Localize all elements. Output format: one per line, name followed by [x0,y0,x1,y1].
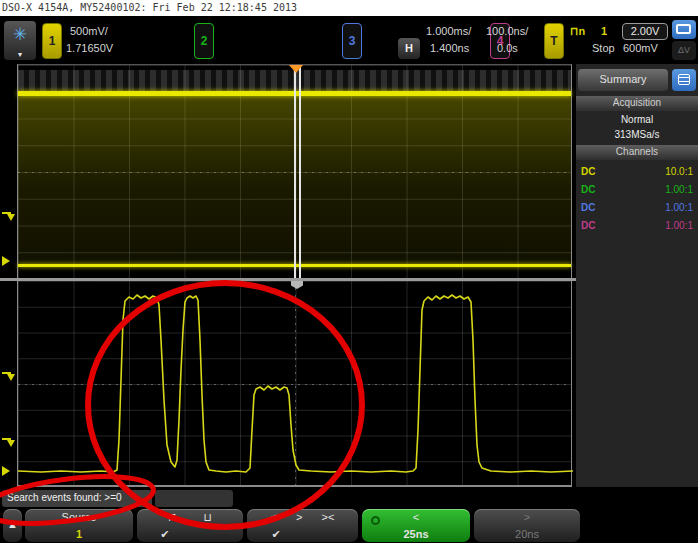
softkey-value: 20ns [474,528,580,540]
softkey-value: 25ns [362,528,470,540]
channel-2-button[interactable]: 2 [194,23,214,59]
coupling: DC [581,199,595,216]
coupling: DC [581,181,595,198]
zoom-window-left-edge[interactable] [294,65,296,278]
channel1-ground-marker-main[interactable] [2,256,10,266]
search-threshold-marker[interactable] [2,438,16,450]
range-icon: >< [322,511,335,523]
trigger-level-box[interactable]: 2.00V [622,23,668,40]
trigger-mode-icon: ⊓n [570,25,585,38]
channel-1-button[interactable]: 1 [42,23,62,59]
negative-pulse-icon: ⊔ [204,511,213,524]
cursors-button[interactable]: ΔV [672,41,696,60]
softkey-source[interactable]: Source 1 [25,509,133,542]
softkey-max-time[interactable]: > 20ns [474,509,580,542]
less-than-icon: < [362,511,470,523]
zoom-timebase-pane [17,281,572,487]
probe-ratio: 1.00:1 [665,199,693,216]
channel1-ground-marker-zoom[interactable] [2,466,10,476]
softkey-label: Source [25,511,133,523]
softkey-back-button[interactable]: ▲ [3,509,22,542]
up-arrow-icon: ▲ [3,518,22,530]
greater-than-icon: > [474,511,580,523]
coupling: DC [581,163,595,180]
channel-row-1: DC 10.0:1 [576,163,698,180]
trigger-level-marker-main[interactable] [2,212,16,224]
coupling: DC [581,217,595,234]
main-timebase-pane [17,64,572,278]
header-bar: ✳ ▾ 1 500mV/ 1.71650V 2 3 4 H 1.000ms/ 1… [0,16,698,63]
trigger-source: 1 [601,25,607,37]
channel-3-button[interactable]: 3 [342,23,362,59]
oscilloscope-screenshot: DSO-X 4154A, MY52400102: Fri Feb 22 12:1… [0,0,698,543]
check-icon: ✔ [160,528,169,541]
zoom-timebase: 100.0ns/ [486,25,528,37]
channels-header: Channels [576,145,698,160]
less-than-icon: < [271,511,277,523]
channel-row-4: DC 1.00:1 [576,217,698,234]
chevron-down-icon: ▾ [4,51,36,59]
scope-screen: ✳ ▾ 1 500mV/ 1.71650V 2 3 4 H 1.000ms/ 1… [0,16,698,543]
softkey-bar: ▲ Source 1 ⊓ ⊔ ✔ < > >< ✔ [0,508,698,543]
trigger-button[interactable]: T [544,23,564,59]
probe-ratio: 1.00:1 [665,217,693,234]
status-bar-extension [155,490,233,507]
window-title: DSO-X 4154A, MY52400102: Fri Feb 22 12:1… [0,0,698,16]
horizontal-button[interactable]: H [398,38,420,59]
channel-row-2: DC 1.00:1 [576,181,698,198]
channel-1-offset: 1.71650V [66,42,113,54]
zoom-rect-icon [676,24,691,34]
channel1-waveform [18,281,573,487]
main-delay: 0.0s [497,42,518,54]
probe-ratio: 10.0:1 [665,163,693,180]
acquisition-header: Acquisition [576,96,698,111]
run-status: Stop [592,42,615,54]
acquisition-mode: Normal [576,113,698,127]
greater-than-icon: > [296,511,302,523]
probe-ratio: 1.00:1 [665,181,693,198]
trigger-level-secondary: 600mV [623,42,658,54]
zoom-window-button[interactable] [672,20,696,39]
trigger-level-marker-zoom[interactable] [2,372,16,384]
search-events-status: Search events found: >=0 [2,490,152,507]
system-menu-button[interactable]: ✳ ▾ [4,21,36,60]
main-timebase: 1.000ms/ [426,25,471,37]
logo-icon: ✳ [4,21,36,49]
softkey-value: 1 [25,528,133,540]
list-icon [678,74,690,85]
channel-1-scale: 500mV/ [70,25,108,37]
sample-rate: 313MSa/s [576,128,698,142]
tab-summary[interactable]: Summary [578,69,668,91]
zoom-window-right-edge[interactable] [299,65,301,278]
positive-pulse-icon: ⊓ [168,511,177,524]
softkey-min-time[interactable]: < 25ns [362,509,470,542]
zoom-delay: 1.400ns [430,42,469,54]
channel-row-3: DC 1.00:1 [576,199,698,216]
softkey-polarity[interactable]: ⊓ ⊔ ✔ [137,509,243,542]
softkey-qualifier[interactable]: < > >< ✔ [247,509,358,542]
panel-menu-button[interactable] [672,69,696,91]
check-icon: ✔ [271,528,280,541]
zoom-position-marker[interactable] [289,65,303,73]
summary-panel: Summary Acquisition Normal 313MSa/s Chan… [576,64,698,487]
